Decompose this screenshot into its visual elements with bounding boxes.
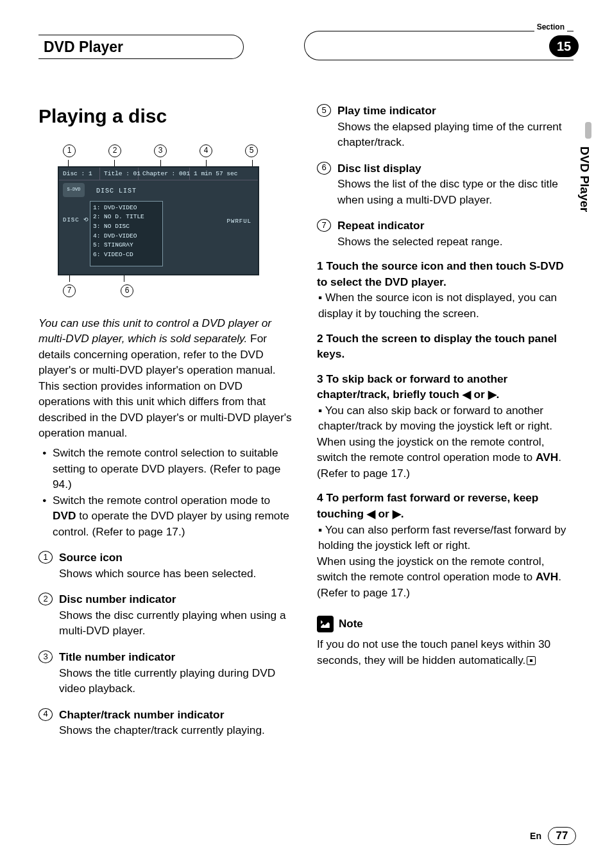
circled-number: 2 bbox=[38, 593, 53, 605]
circled-number: 1 bbox=[38, 551, 53, 564]
screen-disclist-label: DISC LIST bbox=[96, 187, 137, 196]
intro-paragraph: You can use this unit to control a DVD p… bbox=[38, 315, 295, 441]
step-1-head: 1 Touch the source icon and then touch S… bbox=[317, 258, 574, 290]
page-header: DVD Player Section 15 bbox=[38, 19, 574, 58]
device-screen: Disc : 1 Title : 01 Chapter : 001 1 min … bbox=[58, 166, 259, 275]
step-1-bullet: When the source icon is not displayed, y… bbox=[318, 290, 574, 321]
screenshot-figure: 1 2 3 4 5 Disc : 1 Title : 01 Chapter : … bbox=[49, 144, 267, 297]
indicator-item-1: 1 Source icon Shows which source has bee… bbox=[38, 550, 295, 581]
list-item: Switch the remote control selection to s… bbox=[53, 445, 295, 492]
circled-number: 4 bbox=[38, 708, 53, 721]
indicator-item-2: 2 Disc number indicator Shows the disc c… bbox=[38, 591, 295, 639]
indicator-item-5: 5 Play time indicator Shows the elapsed … bbox=[317, 103, 574, 150]
callout-3: 3 bbox=[154, 144, 167, 157]
circled-number: 3 bbox=[38, 650, 53, 663]
list-item: 6: VIDEO-CD bbox=[93, 250, 160, 260]
page-footer: En 77 bbox=[530, 827, 576, 845]
step-4-head: 4 To perform fast forward or reverse, ke… bbox=[317, 490, 574, 521]
intro-rest: For details concerning operation, refer … bbox=[38, 332, 292, 439]
indicator-head: Source icon bbox=[59, 550, 295, 566]
indicator-desc: Shows the chapter/track currently playin… bbox=[59, 722, 295, 738]
indicator-desc: Shows the title currently playing during… bbox=[59, 665, 295, 697]
list-item: 2: NO D. TITLE bbox=[93, 213, 160, 222]
footer-page-number: 77 bbox=[548, 827, 576, 845]
callout-6: 6 bbox=[121, 284, 133, 297]
step-4-bullet: You can also perform fast reverse/fast f… bbox=[318, 522, 574, 553]
callout-5: 5 bbox=[245, 144, 258, 157]
indicator-item-3: 3 Title number indicator Shows the title… bbox=[38, 649, 295, 697]
end-of-section-icon bbox=[527, 656, 536, 665]
screen-repeat: DISC ⟲ bbox=[63, 216, 89, 225]
indicator-desc: Shows the disc currently playing when us… bbox=[59, 607, 295, 639]
step-3-para: When using the joystick on the remote co… bbox=[317, 434, 574, 482]
section-heading: Playing a disc bbox=[38, 103, 295, 130]
note-text: If you do not use the touch panel keys w… bbox=[317, 636, 574, 668]
note-label: Note bbox=[339, 616, 363, 632]
header-title: DVD Player bbox=[44, 39, 123, 56]
indicator-head: Disc number indicator bbox=[59, 591, 295, 607]
screen-time: 1 min 57 sec bbox=[190, 168, 258, 180]
indicator-head: Chapter/track number indicator bbox=[59, 707, 295, 723]
left-column: Playing a disc 1 2 3 4 5 Disc : 1 Title … bbox=[38, 103, 295, 738]
indicator-desc: Shows the list of the disc type or the d… bbox=[337, 176, 574, 207]
circled-number: 6 bbox=[317, 162, 331, 175]
section-label: Section bbox=[534, 22, 567, 31]
screen-disc: Disc : 1 bbox=[59, 168, 100, 180]
callout-2: 2 bbox=[108, 144, 121, 157]
callout-7: 7 bbox=[63, 284, 76, 297]
step-2-head: 2 Touch the screen to display the touch … bbox=[317, 331, 574, 362]
side-tab-shade bbox=[585, 122, 591, 139]
circled-number: 5 bbox=[317, 104, 331, 117]
indicator-desc: Shows which source has been selected. bbox=[59, 566, 295, 582]
header-right-pill: Section 15 bbox=[304, 31, 574, 60]
right-column: 5 Play time indicator Shows the elapsed … bbox=[317, 103, 574, 738]
callout-1: 1 bbox=[63, 144, 76, 157]
side-tab: DVD Player bbox=[576, 146, 593, 236]
section-number-badge: 15 bbox=[549, 35, 579, 57]
callouts-top: 1 2 3 4 5 bbox=[49, 144, 267, 157]
indicator-head: Repeat indicator bbox=[337, 218, 574, 234]
callouts-bottom: 7 6 bbox=[49, 284, 267, 297]
screen-disc-list: 1: DVD-VIDEO 2: NO D. TITLE 3: NO DISC 4… bbox=[90, 201, 163, 266]
indicator-head: Play time indicator bbox=[337, 103, 574, 119]
step-3-bullet: You can also skip back or forward to ano… bbox=[318, 403, 574, 434]
footer-lang: En bbox=[530, 831, 541, 841]
indicator-head: Disc list display bbox=[337, 161, 574, 177]
list-item: 4: DVD-VIDEO bbox=[93, 232, 160, 241]
intro-bullet-list: Switch the remote control selection to s… bbox=[46, 445, 295, 539]
indicator-head: Title number indicator bbox=[59, 649, 295, 665]
indicator-desc: Shows the selected repeat range. bbox=[337, 234, 574, 250]
indicator-item-6: 6 Disc list display Shows the list of th… bbox=[317, 161, 574, 208]
header-left-pill: DVD Player bbox=[38, 35, 244, 59]
callout-4: 4 bbox=[200, 144, 212, 157]
indicator-item-4: 4 Chapter/track number indicator Shows t… bbox=[38, 707, 295, 738]
list-item: Switch the remote control operation mode… bbox=[53, 492, 295, 540]
list-item: 1: DVD-VIDEO bbox=[93, 204, 160, 213]
step-3-head: 3 To skip back or forward to another cha… bbox=[317, 371, 574, 403]
intro-italic: You can use this unit to control a DVD p… bbox=[38, 317, 271, 345]
screen-chapter: Chapter : 001 bbox=[139, 168, 190, 180]
list-item: 5: STINGRAY bbox=[93, 241, 160, 250]
step-4-para: When using the joystick on the remote co… bbox=[317, 553, 574, 601]
screen-title: Title : 01 bbox=[100, 168, 139, 180]
screen-pwrful: PWRFUL bbox=[227, 218, 251, 226]
list-item: 3: NO DISC bbox=[93, 222, 160, 232]
indicator-item-7: 7 Repeat indicator Shows the selected re… bbox=[317, 218, 574, 249]
screen-topbar: Disc : 1 Title : 01 Chapter : 001 1 min … bbox=[59, 168, 258, 180]
note-icon bbox=[317, 616, 334, 632]
indicator-desc: Shows the elapsed playing time of the cu… bbox=[337, 119, 574, 150]
note-header: Note bbox=[317, 616, 574, 632]
circled-number: 7 bbox=[317, 219, 331, 232]
screen-source-icon: S-DVD bbox=[63, 183, 85, 197]
